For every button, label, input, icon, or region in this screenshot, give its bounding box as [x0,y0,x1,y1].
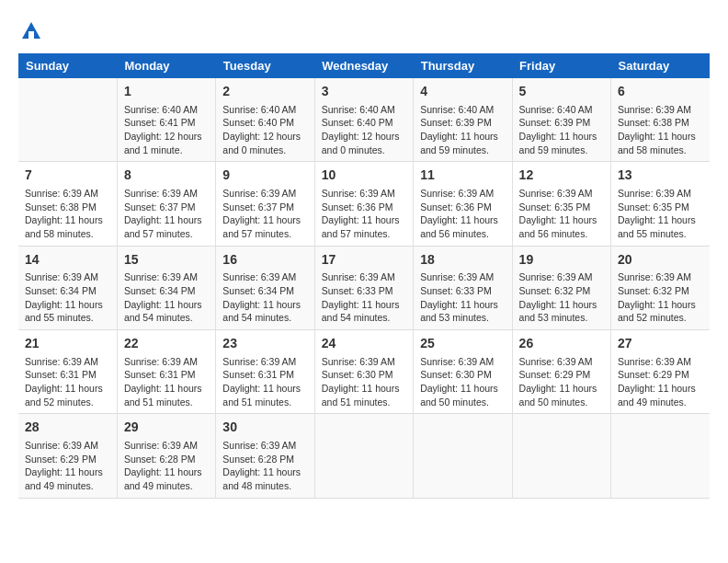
day-cell [18,78,117,162]
day-cell: 12Sunrise: 6:39 AM Sunset: 6:35 PM Dayli… [512,162,610,246]
logo-icon [18,18,44,44]
day-info: Sunrise: 6:39 AM Sunset: 6:31 PM Dayligh… [222,355,307,409]
day-info: Sunrise: 6:39 AM Sunset: 6:29 PM Dayligh… [519,355,604,409]
day-info: Sunrise: 6:40 AM Sunset: 6:41 PM Dayligh… [124,103,209,157]
day-cell: 16Sunrise: 6:39 AM Sunset: 6:34 PM Dayli… [216,246,314,329]
day-cell: 19Sunrise: 6:39 AM Sunset: 6:32 PM Dayli… [512,246,610,329]
day-number: 27 [618,335,703,353]
day-cell: 29Sunrise: 6:39 AM Sunset: 6:28 PM Dayli… [117,414,215,498]
header-cell-saturday: Saturday [611,53,710,78]
header-row: SundayMondayTuesdayWednesdayThursdayFrid… [18,53,710,78]
day-info: Sunrise: 6:39 AM Sunset: 6:38 PM Dayligh… [25,187,110,241]
day-number: 19 [519,251,604,270]
day-cell: 10Sunrise: 6:39 AM Sunset: 6:36 PM Dayli… [314,162,413,246]
day-info: Sunrise: 6:39 AM Sunset: 6:33 PM Dayligh… [420,270,505,325]
day-number: 15 [124,251,209,270]
header-cell-friday: Friday [512,53,610,78]
day-number: 18 [420,251,505,270]
week-row-1: 1Sunrise: 6:40 AM Sunset: 6:41 PM Daylig… [18,78,710,162]
week-row-5: 28Sunrise: 6:39 AM Sunset: 6:29 PM Dayli… [18,414,710,498]
day-cell [611,414,710,498]
day-info: Sunrise: 6:39 AM Sunset: 6:34 PM Dayligh… [222,270,307,325]
day-info: Sunrise: 6:39 AM Sunset: 6:29 PM Dayligh… [25,439,110,493]
header-cell-sunday: Sunday [18,53,117,78]
day-number: 3 [322,83,406,101]
day-info: Sunrise: 6:39 AM Sunset: 6:33 PM Dayligh… [322,270,406,325]
day-cell: 5Sunrise: 6:40 AM Sunset: 6:39 PM Daylig… [512,78,610,162]
day-number: 22 [124,335,209,353]
day-cell: 26Sunrise: 6:39 AM Sunset: 6:29 PM Dayli… [512,330,610,414]
day-cell: 30Sunrise: 6:39 AM Sunset: 6:28 PM Dayli… [216,414,314,498]
day-info: Sunrise: 6:39 AM Sunset: 6:32 PM Dayligh… [519,270,604,325]
calendar-table: SundayMondayTuesdayWednesdayThursdayFrid… [18,53,710,499]
day-number: 17 [322,251,406,270]
day-cell: 14Sunrise: 6:39 AM Sunset: 6:34 PM Dayli… [18,246,117,329]
day-cell [512,414,610,498]
day-info: Sunrise: 6:39 AM Sunset: 6:30 PM Dayligh… [420,355,505,409]
day-cell: 25Sunrise: 6:39 AM Sunset: 6:30 PM Dayli… [414,330,512,414]
day-cell: 22Sunrise: 6:39 AM Sunset: 6:31 PM Dayli… [117,330,215,414]
day-number: 6 [618,83,703,101]
day-info: Sunrise: 6:39 AM Sunset: 6:31 PM Dayligh… [25,355,110,409]
week-row-3: 14Sunrise: 6:39 AM Sunset: 6:34 PM Dayli… [18,246,710,329]
day-number: 16 [222,251,307,270]
day-number: 23 [222,335,307,353]
day-cell: 21Sunrise: 6:39 AM Sunset: 6:31 PM Dayli… [18,330,117,414]
day-cell: 9Sunrise: 6:39 AM Sunset: 6:37 PM Daylig… [216,162,314,246]
day-number: 9 [222,167,307,185]
header-cell-thursday: Thursday [414,53,512,78]
day-cell: 17Sunrise: 6:39 AM Sunset: 6:33 PM Dayli… [314,246,413,329]
day-cell: 1Sunrise: 6:40 AM Sunset: 6:41 PM Daylig… [117,78,215,162]
day-number: 29 [124,419,209,437]
header-cell-monday: Monday [117,53,215,78]
day-info: Sunrise: 6:39 AM Sunset: 6:29 PM Dayligh… [618,355,703,409]
day-number: 28 [25,419,110,437]
day-cell: 6Sunrise: 6:39 AM Sunset: 6:38 PM Daylig… [611,78,710,162]
day-number: 14 [25,251,110,270]
day-info: Sunrise: 6:39 AM Sunset: 6:35 PM Dayligh… [618,187,703,241]
day-info: Sunrise: 6:39 AM Sunset: 6:34 PM Dayligh… [124,270,209,325]
svg-rect-1 [28,31,34,39]
day-info: Sunrise: 6:40 AM Sunset: 6:40 PM Dayligh… [222,103,307,157]
day-number: 24 [322,335,406,353]
day-cell: 23Sunrise: 6:39 AM Sunset: 6:31 PM Dayli… [216,330,314,414]
day-info: Sunrise: 6:40 AM Sunset: 6:39 PM Dayligh… [519,103,604,157]
day-info: Sunrise: 6:39 AM Sunset: 6:36 PM Dayligh… [322,187,406,241]
day-number: 1 [124,83,209,101]
day-cell: 20Sunrise: 6:39 AM Sunset: 6:32 PM Dayli… [611,246,710,329]
day-info: Sunrise: 6:39 AM Sunset: 6:34 PM Dayligh… [25,270,110,325]
day-cell: 11Sunrise: 6:39 AM Sunset: 6:36 PM Dayli… [414,162,512,246]
day-cell [414,414,512,498]
day-number: 26 [519,335,604,353]
day-cell: 7Sunrise: 6:39 AM Sunset: 6:38 PM Daylig… [18,162,117,246]
day-info: Sunrise: 6:39 AM Sunset: 6:36 PM Dayligh… [420,187,505,241]
day-cell: 13Sunrise: 6:39 AM Sunset: 6:35 PM Dayli… [611,162,710,246]
day-cell: 18Sunrise: 6:39 AM Sunset: 6:33 PM Dayli… [414,246,512,329]
day-number: 20 [618,251,703,270]
day-info: Sunrise: 6:39 AM Sunset: 6:37 PM Dayligh… [124,187,209,241]
day-cell: 24Sunrise: 6:39 AM Sunset: 6:30 PM Dayli… [314,330,413,414]
day-cell: 2Sunrise: 6:40 AM Sunset: 6:40 PM Daylig… [216,78,314,162]
day-cell: 3Sunrise: 6:40 AM Sunset: 6:40 PM Daylig… [314,78,413,162]
day-number: 25 [420,335,505,353]
day-info: Sunrise: 6:39 AM Sunset: 6:28 PM Dayligh… [222,439,307,493]
day-number: 2 [222,83,307,101]
day-info: Sunrise: 6:40 AM Sunset: 6:40 PM Dayligh… [322,103,406,157]
logo [18,18,48,44]
day-cell: 27Sunrise: 6:39 AM Sunset: 6:29 PM Dayli… [611,330,710,414]
day-number: 11 [420,167,505,185]
calendar-body: 1Sunrise: 6:40 AM Sunset: 6:41 PM Daylig… [18,78,710,498]
page-header [18,18,710,44]
day-number: 13 [618,167,703,185]
day-info: Sunrise: 6:39 AM Sunset: 6:32 PM Dayligh… [618,270,703,325]
day-number: 8 [124,167,209,185]
day-cell: 8Sunrise: 6:39 AM Sunset: 6:37 PM Daylig… [117,162,215,246]
day-info: Sunrise: 6:39 AM Sunset: 6:35 PM Dayligh… [519,187,604,241]
day-info: Sunrise: 6:39 AM Sunset: 6:38 PM Dayligh… [618,103,703,157]
day-number: 7 [25,167,110,185]
day-number: 5 [519,83,604,101]
week-row-2: 7Sunrise: 6:39 AM Sunset: 6:38 PM Daylig… [18,162,710,246]
day-number: 30 [222,419,307,437]
day-number: 21 [25,335,110,353]
day-info: Sunrise: 6:39 AM Sunset: 6:28 PM Dayligh… [124,439,209,493]
